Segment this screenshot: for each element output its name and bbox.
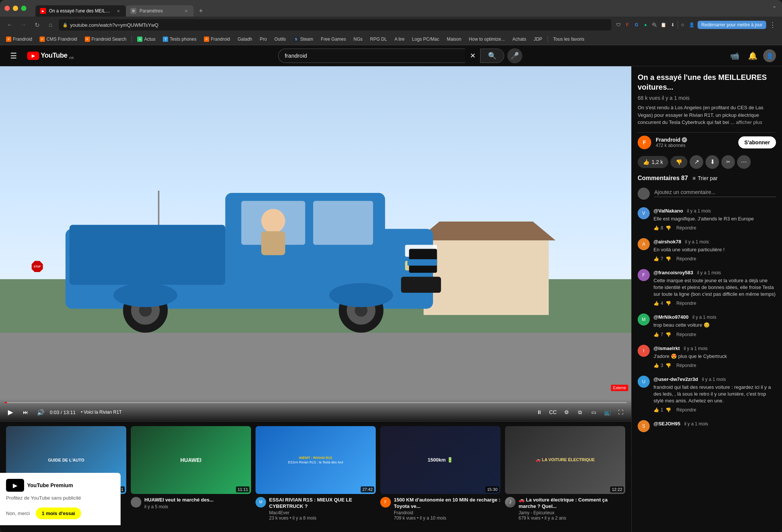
comment-reply-6[interactable]: Répondre	[673, 406, 699, 414]
comment-dislike-6[interactable]: 👎	[666, 407, 671, 413]
bookmark-cms[interactable]: F CMS Frandroid	[37, 35, 80, 44]
comment-like-1[interactable]: 👍 8	[653, 225, 663, 231]
share-button[interactable]: ↗	[690, 155, 703, 169]
bookmark-outils[interactable]: Outils	[271, 35, 289, 44]
profile-icon[interactable]: 👤	[688, 21, 696, 29]
ext-icon-4[interactable]: ●	[641, 21, 650, 29]
ext-icon-1[interactable]: 🛡	[614, 21, 623, 29]
update-button[interactable]: Redémarrer pour mettre à jour	[698, 21, 766, 29]
play-button[interactable]: ▶	[5, 406, 17, 418]
bookmark-galadh[interactable]: Galadh	[235, 35, 256, 44]
youtube-search-clear-button[interactable]: ✕	[465, 49, 480, 63]
home-button[interactable]: ⌂	[45, 20, 56, 30]
comment-dislike-4[interactable]: 👎	[666, 332, 671, 337]
comment-reply-2[interactable]: Répondre	[673, 255, 699, 263]
comment-reply-1[interactable]: Répondre	[673, 224, 699, 232]
ext-icon-6[interactable]: 📋	[660, 21, 668, 29]
ext-icon-2[interactable]: F	[623, 21, 632, 29]
ext-icon-5[interactable]: 🔌	[650, 21, 659, 29]
rec-video-card-2[interactable]: HUAWEI 11:11 HUAWEI veut le marché des..…	[131, 426, 251, 521]
youtube-create-button[interactable]: 📹	[727, 48, 742, 63]
channel-avatar[interactable]: F	[638, 136, 651, 149]
bookmark-freegames[interactable]: Free Games	[318, 35, 349, 44]
bookmark-maison[interactable]: Maison	[444, 35, 464, 44]
minimize-button[interactable]	[13, 6, 18, 11]
sort-button[interactable]: ≡ Trier par	[692, 175, 718, 181]
bookmark-tests-phones[interactable]: T Tests phones	[160, 35, 199, 44]
youtube-search-submit-button[interactable]: 🔍	[480, 49, 504, 63]
bookmark-alire[interactable]: A lire	[392, 35, 408, 44]
bookmark-ngs[interactable]: NGs	[350, 35, 366, 44]
forward-button[interactable]: →	[18, 20, 29, 30]
tab-youtube-close[interactable]: ✕	[115, 8, 121, 14]
comment-like-4[interactable]: 👍 7	[653, 332, 663, 337]
address-bar[interactable]: 🔒 youtube.com/watch?v=ymQUWMTsYwQ	[59, 19, 611, 31]
pause-button[interactable]: ⏸	[533, 406, 545, 418]
settings-video-button[interactable]: ⚙	[560, 406, 572, 418]
youtube-logo[interactable]: YouTube FR	[27, 52, 74, 60]
comment-reply-4[interactable]: Répondre	[673, 330, 699, 339]
bookmark-achats[interactable]: Achats	[509, 35, 529, 44]
ext-icon-3[interactable]: G	[632, 21, 641, 29]
cast-button[interactable]: 📺	[601, 406, 613, 418]
new-tab-button[interactable]: +	[195, 5, 207, 17]
comment-dislike-5[interactable]: 👎	[666, 363, 671, 368]
fullscreen-button[interactable]: ⛶	[615, 406, 627, 418]
bookmark-logs[interactable]: Logs PC/Mac	[409, 35, 442, 44]
youtube-premium-no-button[interactable]: Non, merci	[6, 511, 30, 516]
hamburger-menu-button[interactable]: ☰	[6, 48, 21, 63]
comment-like-6[interactable]: 👍 1	[653, 407, 663, 413]
youtube-search-input[interactable]	[278, 49, 465, 63]
tab-settings[interactable]: ⚙ Paramètres ✕	[126, 5, 194, 17]
youtube-premium-trial-button[interactable]: 1 mois d'essai	[36, 508, 81, 519]
comment-like-5[interactable]: 👍 3	[653, 363, 663, 368]
mini-player-button[interactable]: ⧉	[574, 406, 586, 418]
comment-dislike-1[interactable]: 👎	[666, 225, 671, 231]
progress-bar[interactable]	[5, 402, 627, 403]
video-player[interactable]: STOP	[0, 66, 631, 421]
star-icon[interactable]: ☆	[679, 21, 687, 29]
bookmark-howto[interactable]: How to optimize...	[466, 35, 508, 44]
bookmark-frandroid[interactable]: F Frandroid	[3, 35, 35, 44]
reload-button[interactable]: ↻	[32, 20, 42, 30]
volume-button[interactable]: 🔊	[35, 406, 47, 418]
comment-dislike-3[interactable]: 👎	[666, 301, 671, 306]
subtitles-button[interactable]: CC	[547, 406, 559, 418]
bookmark-frandroid2[interactable]: F Frandroid	[201, 35, 233, 44]
rec-video-card-4[interactable]: 1500km 🔋 15:30 F 1500 KM d'autonomie en …	[380, 426, 500, 521]
ext-icon-7[interactable]: ⬇	[669, 21, 677, 29]
youtube-user-avatar[interactable]: 👤	[763, 49, 776, 62]
tab-settings-close[interactable]: ✕	[183, 8, 189, 14]
subscribe-button[interactable]: S'abonner	[738, 136, 776, 148]
bookmark-pro[interactable]: Pro	[257, 35, 270, 44]
rec-video-card-5[interactable]: 🚗 LA VOITURE ÉLECTRIQUE 12:22 J 🚗 La voi…	[505, 426, 625, 521]
tab-youtube[interactable]: ▶ On a essayé l'une des MEILLI... ✕	[35, 5, 126, 17]
theater-button[interactable]: ▭	[588, 406, 600, 418]
menu-button[interactable]: ⋮	[768, 20, 777, 30]
rec-video-card-3[interactable]: INÉDIT : RIVIAN R1S ESSAI Rivian R1S : l…	[256, 426, 376, 521]
bookmark-actus[interactable]: A Actus	[134, 35, 158, 44]
comment-like-3[interactable]: 👍 4	[653, 301, 663, 306]
maximize-button[interactable]	[21, 6, 26, 11]
bookmark-rpgdl[interactable]: RPG DL	[367, 35, 390, 44]
clip-button[interactable]: ✂	[721, 155, 735, 169]
bookmark-all[interactable]: Tous les favoris	[550, 35, 588, 44]
close-button[interactable]	[5, 6, 10, 11]
bookmark-jdp[interactable]: JDP	[531, 35, 545, 44]
dislike-button[interactable]: 👎	[670, 156, 687, 168]
youtube-voice-search-button[interactable]: 🎤	[507, 48, 522, 63]
next-button[interactable]: ⏭	[20, 406, 32, 418]
window-expand-icon[interactable]: ⌃	[772, 5, 777, 11]
back-button[interactable]: ←	[5, 20, 15, 30]
more-actions-button[interactable]: ⋯	[737, 155, 751, 169]
bookmark-steam[interactable]: S Steam	[291, 35, 317, 44]
comment-reply-5[interactable]: Répondre	[673, 361, 699, 370]
comment-dislike-2[interactable]: 👎	[666, 256, 671, 261]
comment-reply-3[interactable]: Répondre	[673, 299, 699, 307]
bookmark-frandroid-search[interactable]: F Frandroid Search	[82, 35, 130, 44]
youtube-notifications-button[interactable]: 🔔	[745, 48, 760, 63]
like-button[interactable]: 👍 1,2 k	[638, 156, 668, 168]
add-comment-input[interactable]: Ajoutez un commentaire...	[654, 188, 776, 197]
download-button[interactable]: ⬇	[705, 155, 719, 169]
comment-like-2[interactable]: 👍 7	[653, 256, 663, 261]
